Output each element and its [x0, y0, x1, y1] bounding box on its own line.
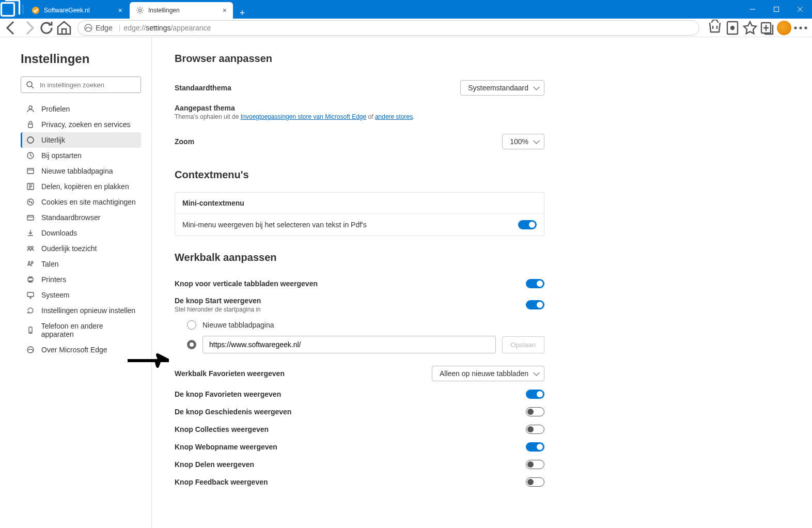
sidebar-item-8[interactable]: Downloads — [21, 225, 141, 241]
collections-button-toggle[interactable] — [526, 425, 544, 434]
save-button[interactable]: Opslaan — [502, 336, 544, 353]
tracking-prevention-icon[interactable] — [724, 20, 741, 36]
share-button-toggle[interactable] — [526, 460, 544, 469]
vertical-tabs-label: Knop voor verticale tabbladen weergeven — [175, 279, 318, 288]
svg-point-23 — [29, 201, 30, 202]
sidebar-item-5[interactable]: Delen, kopiëren en plakken — [21, 179, 141, 194]
tab-label: SoftwareGeek.nl — [44, 7, 113, 14]
svg-rect-20 — [27, 168, 34, 174]
radio-custom-url[interactable] — [187, 340, 196, 349]
sidebar-item-11[interactable]: Printers — [21, 272, 141, 287]
settings-search-input[interactable] — [21, 76, 141, 93]
sidebar-item-13[interactable]: Instellingen opnieuw instellen — [21, 303, 141, 318]
svg-point-9 — [731, 26, 734, 29]
tab-label: Instellingen — [148, 7, 217, 14]
radio-new-tab-page[interactable] — [187, 320, 196, 330]
sidebar-item-14[interactable]: Telefoon en andere apparaten — [21, 318, 141, 342]
edge-addons-link[interactable]: Invoegtoepassingen store van Microsoft E… — [241, 113, 366, 120]
fav-bar-label: Werkbalk Favorieten weergeven — [175, 369, 285, 378]
window-maximize-button[interactable] — [764, 0, 788, 19]
window-minimize-button[interactable] — [741, 0, 764, 19]
site-identity: Edge — [84, 24, 113, 32]
home-button-label: De knop Start weergeven — [175, 297, 261, 305]
nav-icon — [26, 182, 35, 191]
settings-main: Browser aanpassen Standaardthema Systeem… — [152, 37, 575, 528]
vertical-tabs-toggle[interactable] — [526, 279, 544, 288]
sidebar-item-7[interactable]: Standaardbrowser — [21, 210, 141, 225]
sidebar-item-1[interactable]: Privacy, zoeken en services — [21, 117, 141, 132]
nav-icon — [26, 346, 35, 354]
browser-tab-softwaregeek[interactable]: SoftwareGeek.nl × — [25, 2, 129, 19]
nav-icon — [26, 244, 35, 253]
sidebar-item-2[interactable]: Uiterlijk — [21, 132, 141, 148]
nav-label: Delen, kopiëren en plakken — [41, 182, 129, 191]
refresh-button[interactable] — [38, 20, 55, 36]
zoom-select[interactable]: 100% — [502, 134, 544, 149]
gear-icon — [136, 6, 144, 14]
mini-context-header[interactable]: Mini-contextmenu — [175, 193, 544, 214]
sidebar-item-9[interactable]: Ouderlijk toezicht — [21, 241, 141, 256]
fav-button-label: De knop Favorieten weergeven — [175, 390, 281, 398]
favorites-icon[interactable] — [742, 20, 758, 36]
home-button[interactable] — [56, 20, 72, 36]
default-theme-select[interactable]: Systeemstandaard — [460, 80, 544, 96]
fav-button-toggle[interactable] — [526, 390, 544, 399]
sidebar-item-12[interactable]: Systeem — [21, 287, 141, 303]
settings-sidebar: Instellingen ProfielenPrivacy, zoeken en… — [0, 37, 152, 528]
menu-button[interactable] — [792, 20, 809, 36]
shopping-icon[interactable] — [707, 20, 723, 36]
history-button-toggle[interactable] — [526, 407, 544, 416]
nav-icon — [26, 260, 35, 268]
browser-tab-settings[interactable]: Instellingen × — [130, 2, 233, 19]
section-context-menus: Contextmenu's — [175, 169, 544, 181]
radio-new-tab-label: Nieuwe tabbladpagina — [202, 321, 274, 329]
tab-manager-button[interactable] — [0, 0, 21, 20]
home-button-toggle[interactable] — [526, 300, 544, 309]
collections-icon[interactable] — [759, 20, 776, 36]
nav-label: Printers — [41, 275, 66, 284]
sidebar-item-0[interactable]: Profielen — [21, 101, 141, 117]
sidebar-item-4[interactable]: Nieuwe tabbladpagina — [21, 163, 141, 179]
webcapture-button-toggle[interactable] — [526, 442, 544, 452]
sidebar-item-3[interactable]: Bij opstarten — [21, 148, 141, 163]
browser-toolbar: Edge | edge://settings/appearance — [0, 19, 812, 37]
section-toolbar: Werkbalk aanpassen — [175, 252, 544, 263]
nav-label: Privacy, zoeken en services — [41, 120, 130, 129]
nav-icon — [26, 198, 35, 206]
nav-icon — [26, 167, 35, 175]
webcapture-button-label: Knop Webopname weergeven — [175, 443, 277, 451]
nav-label: Telefoon en andere apparaten — [41, 322, 136, 338]
close-tab-icon[interactable]: × — [118, 6, 122, 14]
sidebar-item-10[interactable]: Talen — [21, 256, 141, 272]
mini-pdf-toggle[interactable] — [518, 220, 537, 229]
nav-icon — [26, 151, 35, 160]
svg-rect-29 — [27, 292, 34, 297]
new-tab-button[interactable]: + — [234, 8, 251, 19]
window-close-button[interactable] — [788, 0, 812, 19]
home-url-input[interactable] — [202, 336, 496, 353]
feedback-button-toggle[interactable] — [526, 477, 544, 487]
close-tab-icon[interactable]: × — [223, 6, 227, 14]
profile-avatar[interactable] — [777, 21, 791, 35]
nav-icon — [26, 306, 35, 315]
home-button-sub: Stel hieronder de startpagina in — [175, 306, 261, 313]
svg-point-1 — [32, 7, 39, 14]
sidebar-item-6[interactable]: Cookies en site machtigingen — [21, 194, 141, 210]
sidebar-item-15[interactable]: Over Microsoft Edge — [21, 342, 141, 358]
nav-icon — [26, 105, 35, 113]
annotation-arrow — [128, 353, 169, 370]
back-button[interactable] — [3, 20, 20, 36]
svg-rect-17 — [28, 124, 33, 128]
svg-rect-28 — [28, 278, 33, 281]
nav-icon — [26, 213, 35, 222]
fav-bar-select[interactable]: Alleen op nieuwe tabbladen — [432, 366, 544, 381]
other-stores-link[interactable]: andere stores — [375, 113, 413, 120]
nav-label: Bij opstarten — [41, 151, 82, 160]
forward-button[interactable] — [21, 20, 37, 36]
svg-point-11 — [794, 26, 797, 29]
address-bar[interactable]: Edge | edge://settings/appearance — [77, 20, 699, 36]
window-titlebar: SoftwareGeek.nl × Instellingen × + — [0, 0, 812, 19]
zoom-label: Zoom — [175, 137, 194, 146]
svg-point-16 — [29, 106, 32, 109]
nav-label: Cookies en site machtigingen — [41, 198, 136, 206]
